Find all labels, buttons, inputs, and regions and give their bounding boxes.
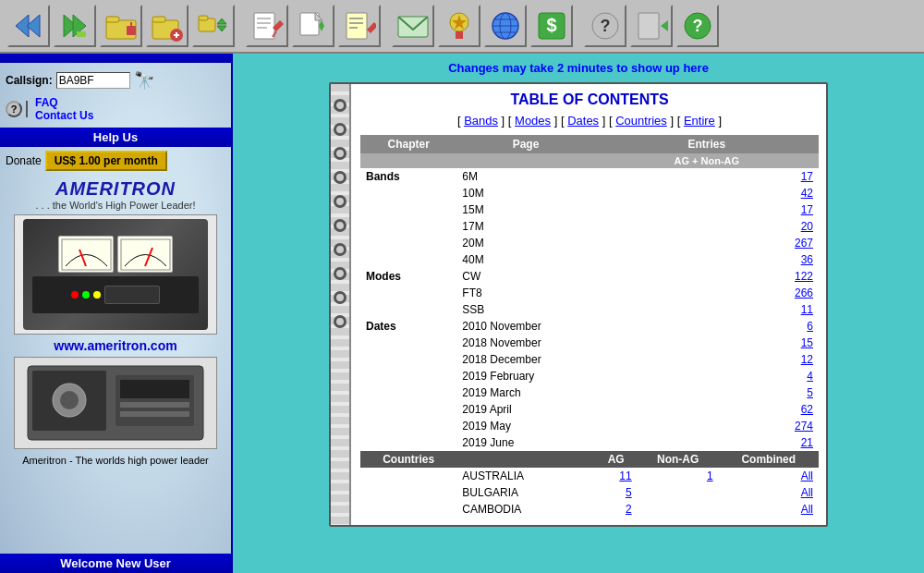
entry-link[interactable]: 122: [795, 270, 813, 283]
table-row: AUSTRALIA111All: [360, 468, 819, 484]
question-mark-button[interactable]: ?: [6, 101, 22, 117]
go-button[interactable]: [630, 5, 673, 47]
entry-link[interactable]: 267: [795, 237, 813, 250]
toc-link-bands[interactable]: Bands: [464, 114, 498, 128]
dollar-button[interactable]: $: [530, 5, 573, 47]
back-button[interactable]: [7, 5, 50, 47]
ag-link[interactable]: 5: [626, 486, 632, 499]
page-value: 10M: [456, 185, 594, 201]
chapter-name: [360, 468, 456, 484]
callsign-input[interactable]: [56, 72, 130, 89]
folder-button[interactable]: [100, 5, 142, 47]
entry-link[interactable]: 11: [801, 303, 813, 316]
combined-value: All: [719, 501, 819, 518]
chapter-name: Modes: [360, 268, 456, 318]
table-row: Bands6M17: [360, 168, 819, 185]
search-icon[interactable]: 🔭: [134, 70, 154, 91]
chapter-name: Dates: [360, 318, 456, 451]
folder-move-button[interactable]: [192, 5, 235, 47]
entries-value: 17: [595, 168, 819, 185]
svg-rect-4: [77, 31, 86, 37]
entry-link[interactable]: 5: [807, 386, 813, 399]
page-value: 2019 June: [456, 434, 594, 451]
ag-link[interactable]: 11: [619, 469, 631, 482]
edit-button[interactable]: [246, 5, 288, 47]
folder-add-button[interactable]: [146, 5, 188, 47]
toc-link-dates[interactable]: Dates: [567, 114, 599, 128]
entries-value: 5: [595, 384, 819, 401]
amp-meter-1: [58, 236, 114, 273]
svg-point-57: [60, 391, 79, 409]
combined-link[interactable]: All: [801, 469, 813, 482]
donate-area: Donate US$ 1.00 per month: [0, 147, 231, 175]
nonag-value: 1: [638, 468, 719, 484]
entry-link[interactable]: 6: [807, 320, 813, 333]
entry-link[interactable]: 21: [801, 436, 813, 449]
entry-link[interactable]: 266: [795, 286, 813, 299]
entries-value: 12: [595, 351, 819, 368]
callsign-label: Callsign:: [6, 74, 53, 87]
nonag-link[interactable]: 1: [707, 469, 713, 482]
entry-link[interactable]: 17: [801, 170, 813, 183]
toc-links: [ Bands ] [ Modes ] [ Dates ] [ Countrie…: [360, 114, 819, 128]
table-row: ModesCW122: [360, 268, 819, 285]
chapter-name: [360, 484, 456, 501]
page-value: 2018 December: [456, 351, 594, 368]
entry-link[interactable]: 4: [807, 370, 813, 383]
donate-button[interactable]: US$ 1.00 per month: [45, 151, 167, 171]
toolbar: $ ? ?: [0, 0, 924, 54]
help2-button[interactable]: ?: [676, 5, 719, 47]
entry-link[interactable]: 12: [801, 353, 813, 366]
forward-button[interactable]: [54, 5, 96, 47]
help-us-bar: Help Us: [0, 128, 231, 147]
page-value: 2010 November: [456, 318, 594, 335]
entry-link[interactable]: 17: [801, 203, 813, 216]
svg-marker-47: [661, 20, 668, 31]
ag-col: AG: [595, 451, 638, 468]
entries-value: 267: [595, 235, 819, 251]
nonag-value: [638, 501, 719, 518]
amp-meters: [58, 236, 173, 273]
entry-link[interactable]: 274: [795, 420, 813, 433]
combined-link[interactable]: All: [801, 503, 813, 516]
entry-link[interactable]: 20: [801, 220, 813, 233]
amp-visual: [23, 219, 208, 330]
note-edit-button[interactable]: [338, 5, 381, 47]
ring-9: [334, 291, 346, 304]
entry-link[interactable]: 62: [801, 403, 813, 416]
page-value: 20M: [456, 235, 594, 251]
globe-button[interactable]: [484, 5, 527, 47]
content-area: Changes may take 2 minutes to show up he…: [233, 54, 924, 573]
combined-value: All: [719, 484, 819, 501]
ring-7: [334, 243, 346, 256]
ring-10: [334, 315, 346, 328]
table-row: Dates2010 November6: [360, 318, 819, 335]
welcome-bar[interactable]: Welcome New User: [0, 554, 231, 573]
toc-link-modes[interactable]: Modes: [515, 114, 551, 128]
nonag-col: Non-AG: [638, 451, 719, 468]
award-button[interactable]: [438, 5, 480, 47]
page-value: 6M: [456, 168, 594, 185]
contact-us-link[interactable]: Contact Us: [35, 109, 93, 122]
ad-url-link[interactable]: www.ameritron.com: [54, 338, 176, 353]
entries-value: 17: [595, 201, 819, 218]
page-value: CAMBODIA: [456, 501, 594, 518]
toc-link-countries[interactable]: Countries: [615, 114, 667, 128]
page-value: 17M: [456, 218, 594, 235]
callsign-area: Callsign: 🔭: [0, 63, 231, 94]
entries-value: 62: [595, 401, 819, 418]
svg-rect-7: [127, 26, 136, 35]
question-button[interactable]: ?: [584, 5, 626, 47]
combined-link[interactable]: All: [801, 486, 813, 499]
toc-link-entire[interactable]: Entire: [684, 114, 715, 128]
faq-link[interactable]: FAQ: [35, 96, 93, 109]
ag-link[interactable]: 2: [626, 503, 632, 516]
entry-link[interactable]: 15: [801, 336, 813, 349]
page-value: 15M: [456, 201, 594, 218]
entry-link[interactable]: 36: [801, 253, 813, 266]
entry-link[interactable]: 42: [801, 187, 813, 200]
ring-1: [334, 99, 346, 112]
mail-button[interactable]: [392, 5, 434, 47]
export-button[interactable]: [292, 5, 334, 47]
page-value: 2018 November: [456, 335, 594, 351]
